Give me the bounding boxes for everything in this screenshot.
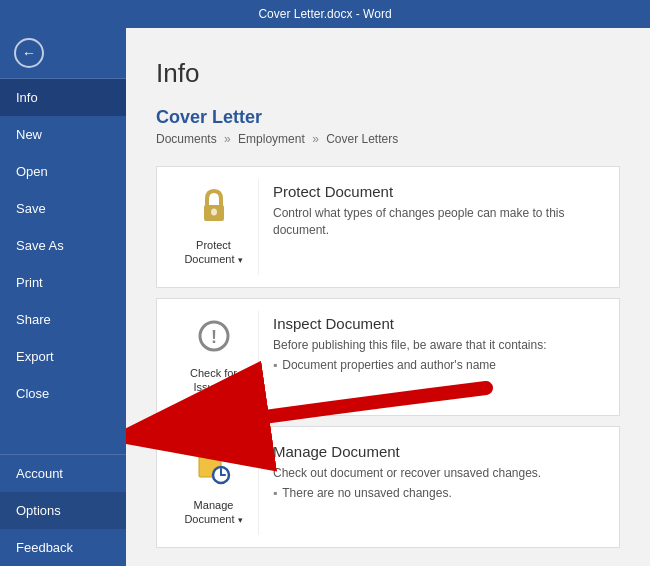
manage-title: Manage Document [273,443,607,460]
title-bar-text: Cover Letter.docx - Word [258,7,391,21]
inspect-document-card: ! Check forIssues ▾ Inspect Document Bef… [156,298,620,416]
sidebar-item-info[interactable]: Info [0,79,126,116]
back-button[interactable]: ← [0,28,126,79]
svg-text:!: ! [211,327,217,347]
title-bar: Cover Letter.docx - Word [0,0,650,28]
svg-marker-5 [215,449,221,455]
inspect-icon-label: Check forIssues ▾ [190,366,237,395]
protect-content: Protect Document Control what types of c… [273,179,607,243]
breadcrumb-part-3: Cover Letters [326,132,398,146]
content-area: Info Cover Letter Documents » Employment… [126,28,650,566]
sidebar-item-feedback[interactable]: Feedback [0,529,126,566]
svg-point-1 [211,209,217,216]
protect-icon-area[interactable]: ProtectDocument ▾ [169,179,259,275]
sidebar-spacer [0,412,126,454]
breadcrumb: Documents » Employment » Cover Letters [156,132,620,146]
protect-desc: Control what types of changes people can… [273,205,607,239]
manage-desc: Check out document or recover unsaved ch… [273,465,607,482]
protect-document-card: ProtectDocument ▾ Protect Document Contr… [156,166,620,288]
protect-icon-label: ProtectDocument ▾ [184,238,242,267]
inspect-content: Inspect Document Before publishing this … [273,311,607,372]
document-name: Cover Letter [156,107,620,128]
sidebar-item-export[interactable]: Export [0,338,126,375]
manage-document-card: ManageDocument ▾ Manage Document Check o… [156,426,620,548]
manage-doc-icon [197,447,231,492]
lock-icon [197,187,231,232]
back-circle-icon[interactable]: ← [14,38,44,68]
sidebar-item-options[interactable]: Options [0,492,126,529]
manage-sub-item-1: There are no unsaved changes. [273,486,607,500]
inspect-icon-area[interactable]: ! Check forIssues ▾ [169,311,259,403]
manage-icon-area[interactable]: ManageDocument ▾ [169,439,259,535]
inspect-sub-item-1: Document properties and author's name [273,358,607,372]
sidebar-item-new[interactable]: New [0,116,126,153]
breadcrumb-part-2: Employment [238,132,305,146]
breadcrumb-sep-2: » [312,132,319,146]
inspect-desc: Before publishing this file, be aware th… [273,337,607,354]
sidebar-item-save-as[interactable]: Save As [0,227,126,264]
sidebar-item-close[interactable]: Close [0,375,126,412]
sidebar-bottom: Account Options Feedback [0,454,126,566]
manage-icon-label: ManageDocument ▾ [184,498,242,527]
sidebar-item-share[interactable]: Share [0,301,126,338]
sidebar-item-account[interactable]: Account [0,455,126,492]
protect-title: Protect Document [273,183,607,200]
page-title: Info [156,58,620,89]
sidebar-item-save[interactable]: Save [0,190,126,227]
manage-content: Manage Document Check out document or re… [273,439,607,500]
main-layout: ← Info New Open Save Save As Print Share… [0,28,650,566]
check-issues-icon: ! [197,319,231,360]
sidebar-item-open[interactable]: Open [0,153,126,190]
inspect-title: Inspect Document [273,315,607,332]
sidebar: ← Info New Open Save Save As Print Share… [0,28,126,566]
breadcrumb-part-1: Documents [156,132,217,146]
breadcrumb-sep-1: » [224,132,231,146]
sidebar-item-print[interactable]: Print [0,264,126,301]
